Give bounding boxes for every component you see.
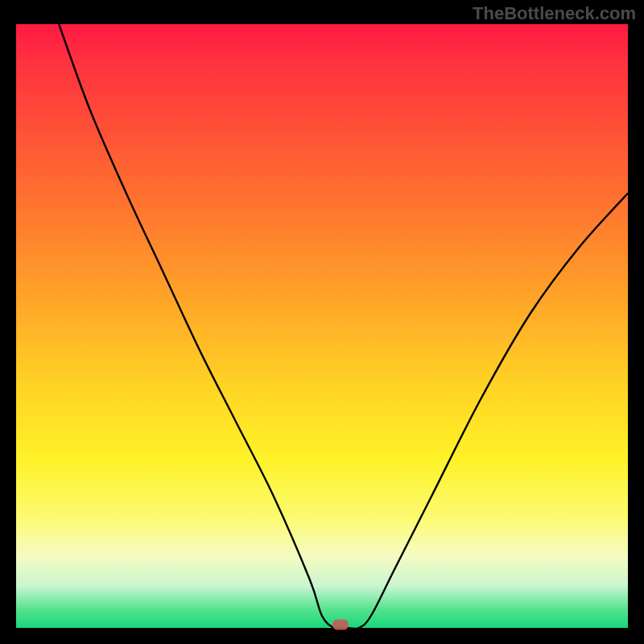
bottleneck-curve (59, 24, 628, 628)
curve-svg (16, 24, 628, 628)
chart-frame: TheBottleneck.com (0, 0, 644, 644)
minimum-marker (332, 620, 349, 630)
plot-area (16, 24, 628, 628)
watermark-text: TheBottleneck.com (473, 3, 636, 24)
